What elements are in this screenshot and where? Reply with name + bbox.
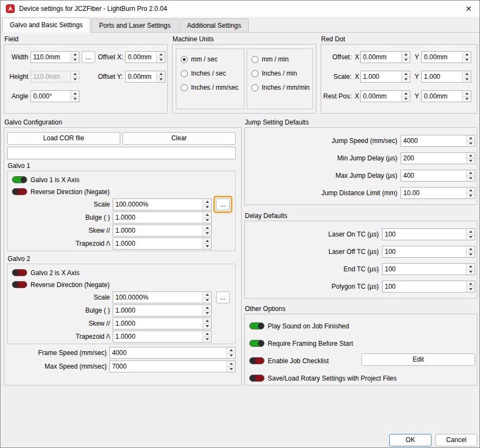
jump-distance-limit-label: Jump Distance Limit (mm) (245, 187, 397, 199)
max-speed-value: 7000 (110, 361, 226, 372)
spinner-buttons (70, 71, 79, 82)
galvo2-trapezoid-label: Trapezoid /\ (40, 331, 110, 343)
galvo1-bulge-spinbox[interactable]: 1.0000 (113, 211, 212, 223)
spinner-buttons[interactable] (466, 264, 475, 275)
spinner-buttons[interactable] (466, 281, 475, 292)
reddot-restpos-y-value: 0.00mm (422, 91, 462, 102)
spinner-buttons[interactable] (462, 71, 471, 82)
load-cor-button[interactable]: Load COR file (7, 132, 120, 145)
reddot-offset-y-spinbox[interactable]: 0.00mm (421, 51, 471, 63)
reddot-restpos-x-value: 0.00mm (361, 91, 401, 102)
spinner-buttons[interactable] (462, 91, 471, 102)
galvo1-x-axis-toggle[interactable] (12, 176, 27, 183)
ok-button[interactable]: OK (389, 434, 432, 446)
laser-off-tc-spinbox[interactable]: 100 (382, 246, 475, 258)
spinner-buttons[interactable] (226, 361, 235, 372)
galvo1-scale-browse-button[interactable]: ... (216, 198, 230, 210)
reddot-restpos-y-spinbox[interactable]: 0.00mm (421, 90, 471, 102)
width-label: Width (7, 51, 28, 63)
field-height-value: 110.0mm (31, 71, 70, 82)
radio-inches-mm-min[interactable]: Inches / mm/min (251, 83, 310, 92)
radio-label: Inches / sec (191, 70, 226, 77)
galvo1-skew-spinbox[interactable]: 1.0000 (113, 225, 212, 237)
tab-ports-laser[interactable]: Ports and Laser Settings (91, 18, 178, 32)
spinner-buttons[interactable] (202, 238, 211, 249)
reddot-scale-x-value: 1.000 (361, 71, 401, 82)
galvo1-trapezoid-value: 1.0000 (113, 238, 202, 249)
close-icon[interactable]: ✕ (463, 4, 474, 13)
jump-defaults-box: Jump Speed (mm/sec) 4000 Min Jump Delay … (244, 127, 477, 205)
spinner-buttons[interactable] (156, 71, 165, 82)
galvo2-x-axis-toggle[interactable] (12, 269, 27, 276)
min-jump-delay-spinbox[interactable]: 200 (401, 152, 475, 164)
end-tc-spinbox[interactable]: 100 (382, 263, 475, 275)
reddot-offset-x-spinbox[interactable]: 0.00mm (360, 51, 410, 63)
play-sound-toggle[interactable] (249, 322, 264, 329)
galvo2-bulge-value: 1.0000 (113, 305, 202, 316)
spinner-buttons[interactable] (466, 246, 475, 257)
clear-cor-button[interactable]: Clear (122, 132, 236, 145)
spinner-buttons[interactable] (466, 229, 475, 240)
spinner-buttons[interactable] (462, 52, 471, 63)
reddot-scale-y-spinbox[interactable]: 1.000 (421, 71, 471, 83)
galvo1-reverse-toggle[interactable] (12, 188, 27, 195)
spinner-buttons[interactable] (401, 52, 410, 63)
galvo2-scale-spinbox[interactable]: 100.0000% (113, 291, 212, 303)
tab-galvo-basic[interactable]: Galvo and Basic Settings (2, 17, 90, 33)
field-width-spinbox[interactable]: 110.0mm (30, 51, 79, 63)
spinner-buttons[interactable] (466, 188, 475, 198)
reddot-restpos-x-spinbox[interactable]: 0.00mm (360, 90, 410, 102)
max-jump-delay-spinbox[interactable]: 400 (401, 170, 475, 182)
frame-speed-spinbox[interactable]: 4000 (109, 347, 236, 359)
spinner-buttons[interactable] (70, 91, 79, 102)
spinner-buttons[interactable] (202, 225, 211, 236)
galvo2-skew-spinbox[interactable]: 1.0000 (113, 318, 212, 329)
spinner-buttons[interactable] (202, 199, 211, 210)
galvo1-trapezoid-spinbox[interactable]: 1.0000 (113, 238, 212, 250)
radio-inches-mm-sec[interactable]: Inches / mm/sec (181, 83, 238, 92)
galvo2-scale-browse-button[interactable]: ... (216, 291, 230, 303)
jump-distance-limit-spinbox[interactable]: 10.00 (401, 187, 475, 199)
radio-mm-min[interactable]: mm / min (251, 55, 288, 64)
edit-checklist-button[interactable]: Edit (361, 353, 475, 366)
radio-inches-min[interactable]: Inches / min (251, 69, 297, 78)
field-offset-y-spinbox[interactable]: 0.00mm (125, 71, 165, 83)
radio-mm-sec[interactable]: mm / sec (181, 55, 218, 64)
field-offset-x-spinbox[interactable]: 0.00mm (125, 51, 165, 63)
spinner-buttons[interactable] (202, 212, 211, 223)
galvo2-bulge-spinbox[interactable]: 1.0000 (113, 304, 212, 316)
spinner-buttons[interactable] (226, 347, 235, 358)
radio-inches-sec[interactable]: Inches / sec (181, 69, 226, 78)
galvo2-trapezoid-spinbox[interactable]: 1.0000 (113, 331, 212, 343)
galvo1-scale-spinbox[interactable]: 100.0000% (113, 198, 212, 210)
cor-path-input[interactable] (7, 147, 236, 159)
galvo1-bulge-value: 1.0000 (113, 212, 202, 223)
spinner-buttons[interactable] (466, 135, 475, 146)
field-angle-spinbox[interactable]: 0.000° (30, 90, 79, 102)
spinner-buttons[interactable] (466, 170, 475, 181)
radio-selected-icon (181, 56, 188, 63)
spinner-buttons[interactable] (401, 71, 410, 82)
galvo2-reverse-toggle[interactable] (12, 281, 27, 288)
spinner-buttons[interactable] (202, 318, 211, 329)
spinner-buttons[interactable] (202, 305, 211, 316)
polygon-tc-label: Polygon TC (µs) (245, 281, 379, 293)
field-offset-x-value: 0.00mm (126, 52, 156, 63)
job-checklist-toggle[interactable] (249, 357, 264, 364)
jump-speed-spinbox[interactable]: 4000 (401, 135, 475, 147)
spinner-buttons[interactable] (202, 292, 211, 303)
require-framing-toggle[interactable] (249, 340, 264, 347)
max-speed-spinbox[interactable]: 7000 (109, 360, 236, 372)
reddot-scale-x-spinbox[interactable]: 1.000 (360, 71, 410, 83)
spinner-buttons[interactable] (466, 153, 475, 164)
cancel-button[interactable]: Cancel (435, 434, 477, 446)
spinner-buttons[interactable] (202, 331, 211, 342)
field-size-browse-button[interactable]: ... (82, 51, 95, 63)
laser-on-tc-spinbox[interactable]: 100 (382, 228, 475, 240)
tab-additional[interactable]: Additional Settings (180, 18, 249, 32)
polygon-tc-spinbox[interactable]: 100 (382, 281, 475, 293)
spinner-buttons[interactable] (70, 52, 79, 63)
rotary-settings-toggle[interactable] (249, 375, 264, 382)
spinner-buttons[interactable] (156, 52, 165, 63)
spinner-buttons[interactable] (401, 91, 410, 102)
